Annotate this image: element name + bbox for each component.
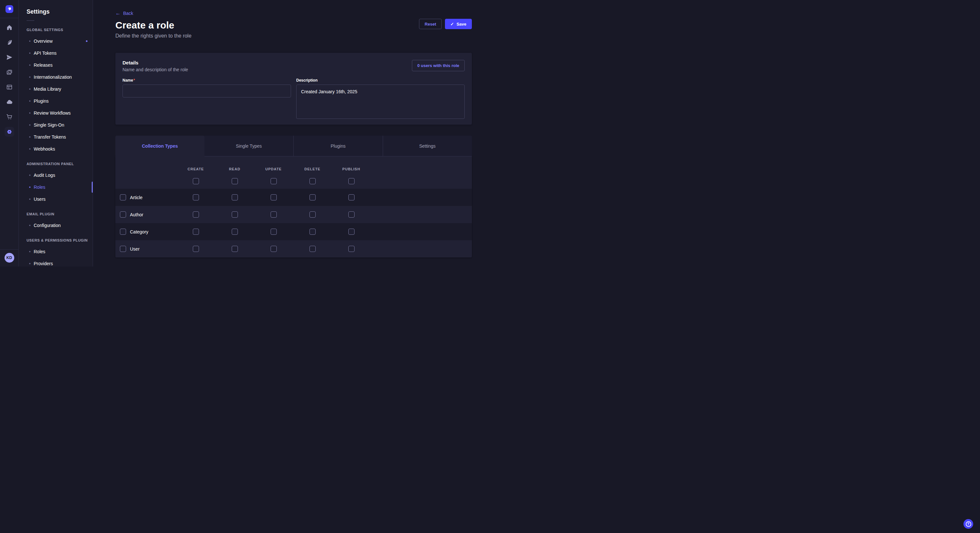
perm-category-read-checkbox[interactable]	[232, 228, 238, 235]
users-with-role-button[interactable]: 0 users with this role	[412, 60, 465, 71]
sidebar-item-audit-logs[interactable]: Audit Logs	[19, 169, 93, 181]
rail-item-releases[interactable]	[5, 52, 14, 62]
perm-category-create-checkbox[interactable]	[193, 228, 199, 235]
details-title: Details	[123, 60, 188, 65]
perm-author-read-checkbox[interactable]	[232, 211, 238, 217]
reset-button[interactable]: Reset	[419, 19, 441, 29]
perm-author-update-checkbox[interactable]	[270, 211, 277, 217]
sidebar-item-label: Transfer Tokens	[34, 134, 66, 140]
column-header-update: UPDATE	[254, 167, 293, 171]
bullet-icon	[29, 65, 30, 66]
rail-item-home[interactable]	[5, 23, 14, 32]
select-all-create-checkbox[interactable]	[193, 178, 199, 184]
rail-item-content-manager[interactable]	[5, 38, 14, 47]
nav-section-label: EMAIL PLUGIN	[27, 212, 85, 216]
permission-row-article: Article	[115, 189, 472, 206]
strapi-logo[interactable]	[5, 5, 13, 13]
sidebar-item-configuration[interactable]: Configuration	[19, 219, 93, 231]
tab-single-types[interactable]: Single Types	[205, 136, 294, 156]
avatar[interactable]: KD	[5, 253, 14, 263]
rail-item-deploy[interactable]	[5, 97, 14, 107]
select-all-read-checkbox[interactable]	[232, 178, 238, 184]
perm-article-read-checkbox[interactable]	[232, 194, 238, 200]
perm-user-delete-checkbox[interactable]	[310, 246, 316, 252]
perm-article-update-checkbox[interactable]	[270, 194, 277, 200]
sidebar-item-api-tokens[interactable]: API Tokens	[19, 47, 93, 59]
rail-item-marketplace[interactable]	[5, 112, 14, 122]
sidebar-item-transfer-tokens[interactable]: Transfer Tokens	[19, 131, 93, 143]
permission-row-author: Author	[115, 206, 472, 223]
perm-category-publish-checkbox[interactable]	[348, 228, 355, 235]
select-all-publish-checkbox[interactable]	[348, 178, 355, 184]
back-link[interactable]: ← Back	[115, 11, 133, 16]
perm-user-read-checkbox[interactable]	[232, 246, 238, 252]
description-textarea[interactable]: Created January 16th, 2025	[296, 84, 465, 119]
row-label: User	[130, 246, 140, 252]
perm-user-update-checkbox[interactable]	[270, 246, 277, 252]
tab-plugins[interactable]: Plugins	[293, 136, 383, 156]
column-header-delete: DELETE	[293, 167, 332, 171]
perm-article-delete-checkbox[interactable]	[310, 194, 316, 200]
sidebar-item-label: Plugins	[34, 98, 49, 104]
details-subtitle: Name and description of the role	[123, 67, 188, 72]
sidebar-item-label: Overview	[34, 38, 52, 44]
perm-user-create-checkbox[interactable]	[193, 246, 199, 252]
perm-article-create-checkbox[interactable]	[193, 194, 199, 200]
column-header-create: CREATE	[176, 167, 215, 171]
sidebar-item-media-library[interactable]: Media Library	[19, 83, 93, 95]
sidebar-item-overview[interactable]: Overview	[19, 35, 93, 47]
tab-collection-types[interactable]: Collection Types	[115, 136, 205, 156]
sidebar-item-label: Releases	[34, 62, 52, 68]
row-checkbox-category[interactable]	[120, 228, 126, 235]
sidebar-item-label: Single Sign-On	[34, 122, 64, 128]
sidebar-item-single-sign-on[interactable]: Single Sign-On	[19, 119, 93, 131]
description-label: Description	[296, 78, 465, 82]
rail-item-settings[interactable]	[5, 127, 14, 136]
rail-footer: KD	[0, 249, 19, 266]
sidebar-item-roles[interactable]: Roles	[19, 246, 93, 257]
tab-settings[interactable]: Settings	[383, 136, 472, 156]
perm-category-delete-checkbox[interactable]	[310, 228, 316, 235]
row-label: Article	[130, 195, 143, 200]
row-checkbox-user[interactable]	[120, 246, 126, 252]
save-button[interactable]: ✓ Save	[445, 19, 472, 29]
sidebar-title: Settings	[19, 8, 93, 15]
sidebar-item-review-workflows[interactable]: Review Workflows	[19, 107, 93, 119]
sidebar-item-plugins[interactable]: Plugins	[19, 95, 93, 107]
permissions-section: Collection TypesSingle TypesPluginsSetti…	[115, 136, 472, 257]
sidebar-item-users[interactable]: Users	[19, 193, 93, 205]
bullet-icon	[29, 124, 30, 125]
permissions-panel: CREATEREADUPDATEDELETEPUBLISH ArticleAut…	[115, 156, 472, 257]
perm-author-create-checkbox[interactable]	[193, 211, 199, 217]
sidebar-item-roles[interactable]: Roles	[19, 181, 93, 193]
permission-row-user: User	[115, 240, 472, 257]
save-label: Save	[457, 22, 466, 27]
bullet-icon	[29, 251, 30, 252]
rail-item-content-type-builder[interactable]	[5, 82, 14, 92]
sidebar-item-providers[interactable]: Providers	[19, 257, 93, 266]
perm-author-publish-checkbox[interactable]	[348, 211, 355, 217]
row-checkbox-author[interactable]	[120, 211, 126, 217]
sidebar-item-webhooks[interactable]: Webhooks	[19, 143, 93, 155]
sidebar-item-releases[interactable]: Releases	[19, 59, 93, 71]
select-all-delete-checkbox[interactable]	[310, 178, 316, 184]
name-input[interactable]	[123, 84, 291, 97]
sidebar-item-internationalization[interactable]: Internationalization	[19, 71, 93, 83]
bullet-icon	[29, 187, 30, 188]
sidebar-item-label: API Tokens	[34, 51, 57, 56]
cart-icon	[6, 114, 13, 120]
perm-author-delete-checkbox[interactable]	[310, 211, 316, 217]
notification-dot	[86, 40, 88, 42]
bullet-icon	[29, 89, 30, 90]
perm-category-update-checkbox[interactable]	[270, 228, 277, 235]
bullet-icon	[29, 52, 30, 54]
name-field-group: Name*	[123, 78, 291, 120]
rail-item-media-library[interactable]	[5, 67, 14, 77]
perm-article-publish-checkbox[interactable]	[348, 194, 355, 200]
bullet-icon	[29, 148, 30, 150]
row-checkbox-article[interactable]	[120, 194, 126, 200]
bullet-icon	[29, 40, 30, 42]
perm-user-publish-checkbox[interactable]	[348, 246, 355, 252]
sidebar-item-label: Roles	[34, 249, 45, 254]
select-all-update-checkbox[interactable]	[270, 178, 277, 184]
